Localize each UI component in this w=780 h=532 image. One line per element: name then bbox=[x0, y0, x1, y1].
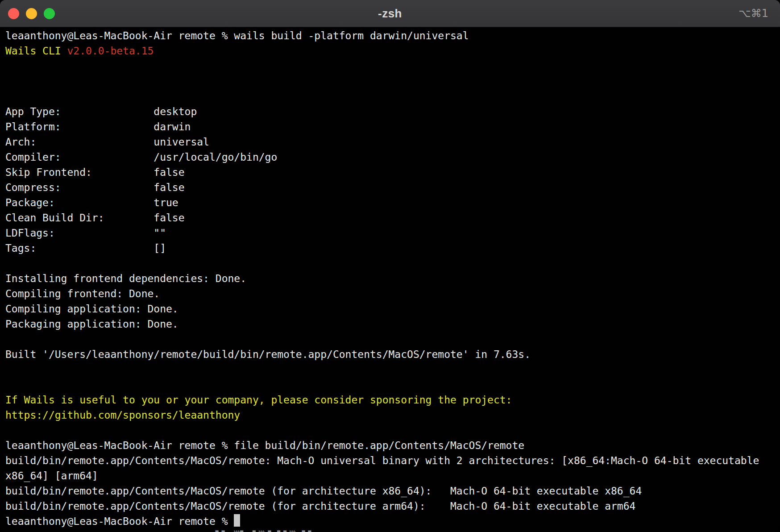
terminal-text-segment: If Wails is useful to you or your compan… bbox=[5, 394, 512, 406]
titlebar[interactable]: -zsh ⌥⌘1 bbox=[0, 0, 780, 27]
terminal-text-segment: Clean Build Dir: false bbox=[5, 212, 185, 224]
terminal-text-segment: leaanthony@Leas-MacBook-Air remote % bbox=[5, 515, 234, 527]
clipped-bottom-line: ▘▚▖▒▚▗▘▒▞▖▘▚▒▗▘▚ bbox=[5, 529, 765, 532]
config-row-arch: Arch: universal bbox=[5, 134, 765, 150]
terminal-text-segment: https://github.com/sponsors/leaanthony bbox=[5, 409, 240, 421]
terminal-text-segment: Package: true bbox=[5, 197, 178, 208]
wails-cli-version: Wails CLI v2.0.0-beta.15 bbox=[5, 43, 765, 58]
terminal-text-segment: Compiler: /usr/local/go/bin/go bbox=[5, 151, 277, 163]
terminal-cursor bbox=[234, 514, 240, 527]
config-row-clean-build-dir: Clean Build Dir: false bbox=[5, 210, 765, 225]
terminal-window: -zsh ⌥⌘1 leaanthony@Leas-MacBook-Air rem… bbox=[0, 0, 780, 532]
config-row-compress: Compress: false bbox=[5, 180, 765, 195]
blank-line bbox=[5, 362, 765, 377]
terminal-text-segment: Packaging application: Done. bbox=[5, 318, 178, 330]
blank-line bbox=[5, 74, 765, 89]
terminal-text-segment: Compiling frontend: Done. bbox=[5, 288, 160, 299]
blank-line bbox=[5, 89, 765, 104]
blank-line bbox=[5, 332, 765, 347]
config-row-compiler: Compiler: /usr/local/go/bin/go bbox=[5, 150, 765, 165]
file-output-x86-64: build/bin/remote.app/Contents/MacOS/remo… bbox=[5, 483, 765, 499]
status-installing-frontend: Installing frontend dependencies: Done. bbox=[5, 271, 765, 286]
status-compiling-frontend: Compiling frontend: Done. bbox=[5, 286, 765, 301]
config-row-tags: Tags: [] bbox=[5, 241, 765, 256]
terminal-text-segment: v2.0.0-beta.15 bbox=[67, 45, 154, 57]
traffic-lights bbox=[0, 8, 55, 19]
terminal-screen[interactable]: leaanthony@Leas-MacBook-Air remote % wai… bbox=[0, 27, 780, 532]
terminal-text-segment: build/bin/remote.app/Contents/MacOS/remo… bbox=[5, 485, 642, 497]
terminal-text-segment: App Type: desktop bbox=[5, 106, 197, 117]
file-output-universal: build/bin/remote.app/Contents/MacOS/remo… bbox=[5, 453, 765, 483]
blank-line bbox=[5, 423, 765, 438]
config-row-ldflags: LDFlags: "" bbox=[5, 225, 765, 241]
terminal-text-segment: Installing frontend dependencies: Done. bbox=[5, 273, 246, 284]
window-shortcut-badge: ⌥⌘1 bbox=[739, 7, 780, 20]
config-row-skip-frontend: Skip Frontend: false bbox=[5, 165, 765, 180]
prompt-active: leaanthony@Leas-MacBook-Air remote % bbox=[5, 514, 765, 529]
file-output-arm64: build/bin/remote.app/Contents/MacOS/remo… bbox=[5, 499, 765, 514]
zoom-button[interactable] bbox=[44, 8, 55, 19]
terminal-text-segment: build/bin/remote.app/Contents/MacOS/remo… bbox=[5, 455, 765, 482]
sponsor-link: https://github.com/sponsors/leaanthony bbox=[5, 407, 765, 423]
terminal-text-segment: Arch: universal bbox=[5, 136, 209, 148]
terminal-text-segment: Compress: false bbox=[5, 182, 185, 193]
blank-line bbox=[5, 256, 765, 271]
terminal-text-segment: leaanthony@Leas-MacBook-Air remote % fil… bbox=[5, 440, 524, 451]
terminal-text-segment: LDFlags: "" bbox=[5, 227, 166, 239]
terminal-text-segment: leaanthony@Leas-MacBook-Air remote % wai… bbox=[5, 30, 469, 42]
config-row-app-type: App Type: desktop bbox=[5, 104, 765, 119]
prompt-command-file: leaanthony@Leas-MacBook-Air remote % fil… bbox=[5, 438, 765, 453]
sponsor-message: If Wails is useful to you or your compan… bbox=[5, 392, 765, 407]
terminal-text-segment: Skip Frontend: false bbox=[5, 166, 185, 178]
terminal-text-segment: Compiling application: Done. bbox=[5, 303, 178, 315]
status-compiling-application: Compiling application: Done. bbox=[5, 301, 765, 316]
terminal-text-segment: build/bin/remote.app/Contents/MacOS/remo… bbox=[5, 500, 635, 512]
config-row-package: Package: true bbox=[5, 195, 765, 210]
prompt-command-build: leaanthony@Leas-MacBook-Air remote % wai… bbox=[5, 28, 765, 43]
close-button[interactable] bbox=[8, 8, 19, 19]
minimize-button[interactable] bbox=[26, 8, 37, 19]
terminal-text-segment: Built '/Users/leaanthony/remote/build/bi… bbox=[5, 349, 531, 360]
window-title: -zsh bbox=[0, 7, 780, 21]
blank-line bbox=[5, 377, 765, 392]
build-result: Built '/Users/leaanthony/remote/build/bi… bbox=[5, 347, 765, 362]
config-row-platform: Platform: darwin bbox=[5, 119, 765, 134]
terminal-text-segment: Platform: darwin bbox=[5, 121, 191, 133]
status-packaging-application: Packaging application: Done. bbox=[5, 316, 765, 332]
terminal-text-segment: Tags: [] bbox=[5, 242, 166, 254]
terminal-text-segment: Wails CLI bbox=[5, 45, 67, 57]
blank-line bbox=[5, 58, 765, 74]
